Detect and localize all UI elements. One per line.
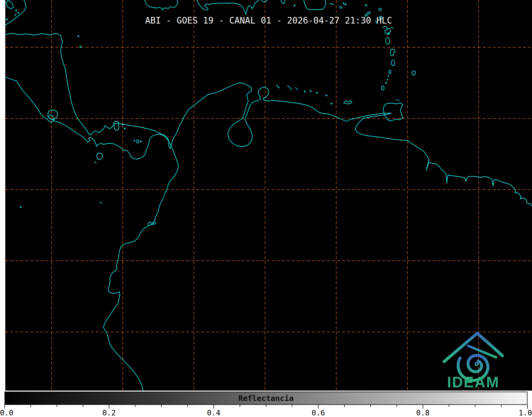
colorbar-minor-tick [266,405,266,407]
colorbar-tick-label: 0.8 [416,409,430,417]
island-martinique [390,49,395,56]
colorbar-tick-label: 0.4 [207,409,221,417]
island-gorgona [100,202,102,203]
coastline-caribbean [5,33,532,206]
colorbar-label: Reflectancia [5,392,527,404]
colorbar-minor-tick [397,405,397,407]
island-curacao [288,86,292,90]
islands-pearl [137,140,139,143]
map-title: ABI - GOES 19 - CANAL 01 - 2026-04-27 21… [5,15,532,26]
ideam-logo: IDEAM [439,329,507,391]
islands-virgin [339,6,342,9]
colorbar-minor-tick [240,405,240,407]
colorbar-ticks: 0.00.20.40.60.81.0 [0,405,532,417]
island-tobago [396,99,399,101]
island-puerto-rico [281,0,334,10]
lake-nicaragua [48,110,58,120]
colorbar-minor-tick [370,405,371,407]
map-canvas: ABI - GOES 19 - CANAL 01 - 2026-04-27 21… [5,0,532,391]
logo-eye-icon [475,363,478,365]
island-st-vincent [389,70,391,74]
colorbar-tick-label: 1.0 [519,409,532,417]
satellite-image-figure: ABI - GOES 19 - CANAL 01 - 2026-04-27 21… [0,0,532,417]
colorbar-minor-tick [161,405,162,407]
colorbar-minor-tick [449,405,449,407]
island-san-andres [80,46,81,48]
island-hispaniola [197,0,267,15]
colorbar-major-tick [4,405,5,409]
colorbar-tick-label: 0.2 [102,409,116,417]
lake-gatun [114,121,119,130]
colorbar: Reflectancia [4,392,528,405]
colorbar-minor-tick [30,405,31,407]
island-margarita [344,100,352,104]
island-mona [294,5,295,6]
island-antigua [379,8,381,11]
colorbar-major-tick [213,405,214,409]
island-jamaica [145,0,178,10]
island-barbados [412,71,415,75]
colorbar-minor-tick [83,405,83,407]
colorbar-minor-tick [292,405,292,407]
colorbar-tick-label: 0.6 [312,409,325,417]
island-dominica [386,38,390,44]
colorbar-minor-tick [57,405,57,407]
coastline-pacific [6,77,179,391]
island-coiba [95,153,103,163]
colorbar-tick-label: 0.0 [0,409,13,417]
island-bonaire [295,88,298,90]
colorbar-major-tick [527,405,528,409]
logo-text: IDEAM [447,374,499,391]
colorbar-major-tick [423,405,423,409]
island-aruba [276,85,279,88]
island-trinidad [383,103,403,121]
colorbar-major-tick [109,405,109,409]
colorbar-major-tick [318,405,319,409]
island-providencia [78,36,79,37]
colorbar-minor-tick [187,405,188,407]
island-malpelo [20,207,21,208]
colorbar-minor-tick [135,405,135,407]
colorbar-minor-tick [344,405,345,407]
colorbar-minor-tick [475,405,475,407]
colorbar-minor-tick [501,405,502,407]
island-grenada [381,86,384,90]
island-st-lucia [392,60,395,66]
